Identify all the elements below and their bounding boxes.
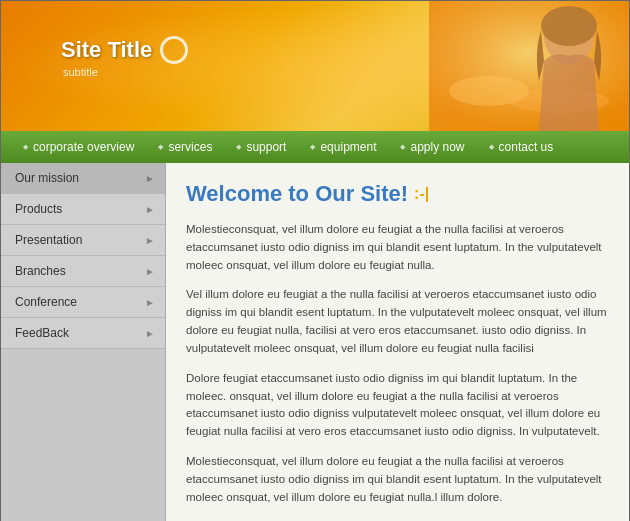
sidebar-label-presentation: Presentation xyxy=(15,233,82,247)
nav-label-apply-now: apply now xyxy=(410,140,464,154)
chevron-right-icon: ► xyxy=(145,297,155,308)
sidebar-item-conference[interactable]: Conference ► xyxy=(1,287,165,318)
sidebar-item-feedback[interactable]: FeedBack ► xyxy=(1,318,165,349)
chevron-right-icon: ► xyxy=(145,204,155,215)
sidebar-item-our-mission[interactable]: Our mission ► xyxy=(1,163,165,194)
site-subtitle: subtitle xyxy=(63,66,98,78)
logo-circle-icon xyxy=(160,36,188,64)
nav-item-services[interactable]: services xyxy=(146,131,224,163)
nav-label-services: services xyxy=(168,140,212,154)
sidebar-label-branches: Branches xyxy=(15,264,66,278)
page-title: Welcome to Our Site! :-| xyxy=(186,181,609,207)
paragraph-1: Molestieconsquat, vel illum dolore eu fe… xyxy=(186,221,609,274)
header-logo: Site Title subtitle xyxy=(61,36,188,78)
page-title-text: Welcome to Our Site! xyxy=(186,181,408,207)
nav-label-contact-us: contact us xyxy=(499,140,554,154)
nav-label-support: support xyxy=(246,140,286,154)
page-wrapper: Site Title subtitle xyxy=(0,0,630,521)
chevron-right-icon: ► xyxy=(145,266,155,277)
chevron-right-icon: ► xyxy=(145,173,155,184)
nav-item-contact-us[interactable]: contact us xyxy=(477,131,566,163)
chevron-right-icon: ► xyxy=(145,235,155,246)
content-area: Our mission ► Products ► Presentation ► … xyxy=(1,163,629,521)
svg-point-4 xyxy=(541,6,597,46)
sidebar-label-our-mission: Our mission xyxy=(15,171,79,185)
sidebar-item-products[interactable]: Products ► xyxy=(1,194,165,225)
nav-label-corporate-overview: corporate overview xyxy=(33,140,134,154)
sidebar: Our mission ► Products ► Presentation ► … xyxy=(1,163,166,521)
sidebar-label-feedback: FeedBack xyxy=(15,326,69,340)
nav-item-support[interactable]: support xyxy=(224,131,298,163)
nav-item-equipment[interactable]: equipment xyxy=(298,131,388,163)
main-content: Welcome to Our Site! :-| Molestieconsqua… xyxy=(166,163,629,521)
chevron-right-icon: ► xyxy=(145,328,155,339)
nav-label-equipment: equipment xyxy=(320,140,376,154)
site-title-text: Site Title xyxy=(61,37,152,63)
site-title: Site Title xyxy=(61,36,188,64)
nav-item-apply-now[interactable]: apply now xyxy=(388,131,476,163)
sidebar-item-branches[interactable]: Branches ► xyxy=(1,256,165,287)
nav-item-corporate-overview[interactable]: corporate overview xyxy=(11,131,146,163)
sidebar-label-products: Products xyxy=(15,202,62,216)
sidebar-item-presentation[interactable]: Presentation ► xyxy=(1,225,165,256)
header-portrait xyxy=(429,1,629,131)
title-decoration: :-| xyxy=(414,185,429,203)
main-text-body: Molestieconsquat, vel illum dolore eu fe… xyxy=(186,221,609,521)
nav-bar: corporate overview services support equi… xyxy=(1,131,629,163)
paragraph-4: Molestieconsquat, vel illum dolore eu fe… xyxy=(186,453,609,506)
sidebar-label-conference: Conference xyxy=(15,295,77,309)
header: Site Title subtitle xyxy=(1,1,629,131)
portrait-svg xyxy=(429,1,629,131)
paragraph-2: Vel illum dolore eu feugiat a the nulla … xyxy=(186,286,609,357)
paragraph-3: Dolore feugiat etaccumsanet iusto odio d… xyxy=(186,370,609,441)
